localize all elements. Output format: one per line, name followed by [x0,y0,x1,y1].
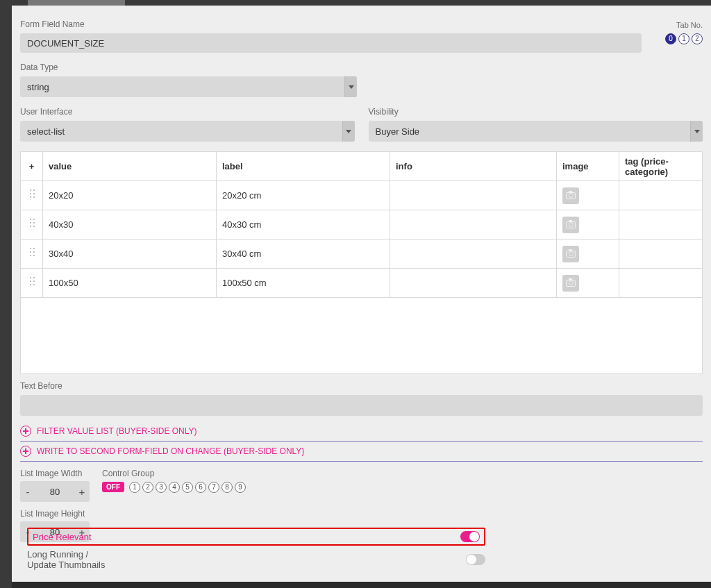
form-field-name-input[interactable] [20,33,642,53]
expander-filter-value-list[interactable]: FILTER VALUE LIST (BUYER-SIDE ONLY) [20,421,703,442]
cell-tag[interactable] [619,181,703,210]
control-group-off[interactable]: OFF [102,482,124,492]
form-field-editor-panel: Tab No. 0 1 2 Form Field Name Data Type … [12,6,711,582]
user-interface-label: User Interface [20,107,355,117]
control-group-4[interactable]: 4 [169,482,180,493]
long-running-label: Long Running / Update Thumbnails [27,549,106,570]
control-group-1[interactable]: 1 [129,482,140,493]
camera-icon [566,280,576,287]
cell-image [557,210,619,240]
cell-tag[interactable] [619,210,703,240]
plus-circle-icon [20,446,31,457]
tab-no-label: Tab No. [665,21,703,29]
cell-info[interactable] [390,269,557,298]
backdrop-decoration [28,0,125,6]
list-image-width-label: List Image Width [20,469,90,478]
cell-info[interactable] [390,181,557,210]
drag-handle-icon[interactable] [28,276,35,287]
drag-handle-icon[interactable] [28,218,35,229]
visibility-value: Buyer Side [369,121,691,142]
tab-no-2[interactable]: 2 [692,33,703,44]
list-image-width-value: 80 [35,487,74,497]
image-upload-button[interactable] [562,187,579,204]
plus-circle-icon [20,426,31,437]
price-relevant-row: Price Relevant [27,528,485,546]
col-header-value: value [43,152,217,181]
list-image-width-stepper[interactable]: - 80 + [20,481,90,502]
cell-image [557,269,619,298]
options-table: + value label info image tag (price-cate… [20,151,703,298]
control-group-6[interactable]: 6 [195,482,206,493]
control-group-2[interactable]: 2 [142,482,153,493]
tab-no-1[interactable]: 1 [678,33,689,44]
control-group-7[interactable]: 7 [208,482,219,493]
data-type-value: string [20,76,344,97]
increment-button[interactable]: + [74,486,90,498]
add-row-button[interactable]: + [21,152,43,181]
cell-tag[interactable] [619,269,703,298]
control-group-label: Control Group [102,469,246,478]
camera-icon [566,221,576,228]
table-row[interactable]: 20x2020x20 cm [21,181,703,210]
visibility-label: Visibility [369,107,703,117]
cell-value[interactable]: 20x20 [43,181,217,210]
text-before-input[interactable] [20,395,703,416]
tab-no-0[interactable]: 0 [665,33,676,44]
col-header-tag: tag (price-categorie) [619,152,703,181]
data-type-label: Data Type [20,62,357,72]
chevron-down-icon [690,121,703,142]
control-group-8[interactable]: 8 [221,482,233,493]
chevron-down-icon [344,76,357,97]
data-type-select[interactable]: string [20,76,357,97]
list-image-height-label: List Image Height [20,509,90,519]
cell-image [557,181,619,210]
image-upload-button[interactable] [562,275,579,292]
table-row[interactable]: 100x50100x50 cm [21,269,703,298]
table-row[interactable]: 30x4030x40 cm [21,240,703,269]
image-upload-button[interactable] [562,217,579,233]
table-empty-area [20,298,703,374]
cell-label[interactable]: 40x30 cm [217,210,390,240]
chevron-down-icon [342,121,355,142]
cell-image [557,240,619,269]
cell-value[interactable]: 100x50 [43,269,217,298]
control-group-3[interactable]: 3 [156,482,167,493]
visibility-select[interactable]: Buyer Side [369,121,703,142]
backdrop-left [0,0,12,588]
expander-write-label: WRITE TO SECOND FORM-FIELD ON CHANGE (BU… [37,446,304,456]
cell-tag[interactable] [619,240,703,269]
col-header-label: label [217,152,390,181]
col-header-info: info [390,152,557,181]
price-relevant-label: Price Relevant [33,532,92,542]
expander-write-second-field[interactable]: WRITE TO SECOND FORM-FIELD ON CHANGE (BU… [20,442,703,462]
decrement-button[interactable]: - [20,486,35,498]
cell-label[interactable]: 30x40 cm [217,240,390,269]
long-running-row: Long Running / Update Thumbnails [27,547,485,572]
user-interface-value: select-list [20,121,342,142]
form-field-name-label: Form Field Name [20,19,642,29]
control-group-9[interactable]: 9 [235,482,246,493]
cell-value[interactable]: 40x30 [43,210,217,240]
user-interface-select[interactable]: select-list [20,121,355,142]
price-relevant-toggle[interactable] [460,531,480,542]
image-upload-button[interactable] [562,246,579,262]
cell-label[interactable]: 20x20 cm [217,181,390,210]
col-header-image: image [557,152,619,181]
cell-info[interactable] [390,210,557,240]
table-row[interactable]: 40x3040x30 cm [21,210,703,240]
camera-icon [566,192,576,199]
cell-value[interactable]: 30x40 [43,240,217,269]
control-group-5[interactable]: 5 [182,482,193,493]
table-header-row: + value label info image tag (price-cate… [21,152,703,181]
cell-label[interactable]: 100x50 cm [217,269,390,298]
drag-handle-icon[interactable] [28,189,35,200]
drag-handle-icon[interactable] [28,247,35,258]
text-before-label: Text Before [20,381,703,391]
long-running-toggle[interactable] [466,554,485,565]
camera-icon [566,251,576,258]
cell-info[interactable] [390,240,557,269]
expander-filter-label: FILTER VALUE LIST (BUYER-SIDE ONLY) [37,426,197,436]
tab-no-group: Tab No. 0 1 2 [665,21,703,44]
